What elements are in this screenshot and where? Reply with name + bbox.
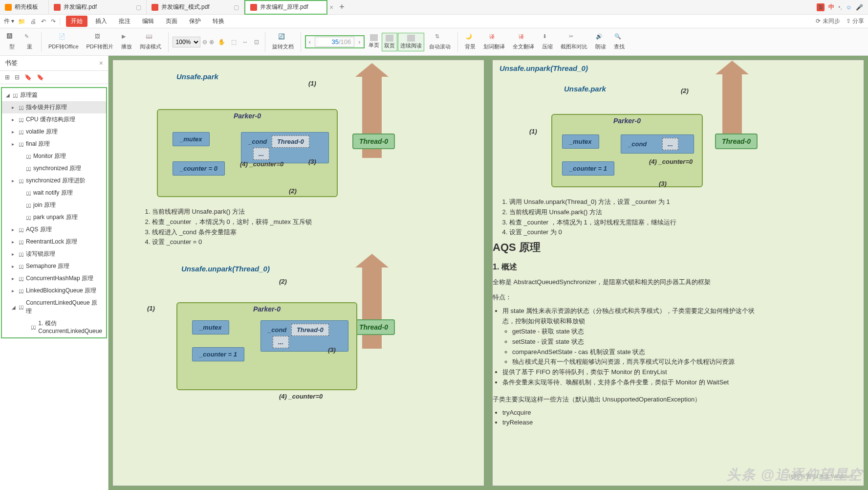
redo-icon[interactable]: ↷ <box>51 18 56 25</box>
bookmark-item-icon: 🕮 <box>26 166 31 172</box>
ime-lang[interactable]: 中 <box>828 3 834 11</box>
tree-item[interactable]: ◢🕮ConcurrentLinkedQueue 原理 <box>2 297 106 317</box>
tree-toggle-icon[interactable]: ▸ <box>12 239 17 245</box>
ime-mic-icon[interactable]: 🎤 <box>856 4 863 11</box>
page-prev-button[interactable]: ‹ <box>306 36 314 47</box>
zoom-in-icon[interactable]: ⊕ <box>209 39 214 45</box>
tree-item[interactable]: 🕮synchronized 原理 <box>2 162 106 175</box>
tab-pin-icon[interactable]: ▢ <box>136 4 141 11</box>
tool-screenshot[interactable]: ✂截图和对比 <box>558 31 590 52</box>
tree-item[interactable]: ▸🕮指令级并行原理 <box>2 101 106 113</box>
tree-item[interactable]: ▸🕮final 原理 <box>2 138 106 150</box>
tree-toggle-icon[interactable]: ▸ <box>12 178 17 183</box>
tree-toggle-icon[interactable]: ▸ <box>12 276 17 281</box>
view-single[interactable]: 单页 <box>367 33 381 51</box>
tab-doc-active[interactable]: 并发编程_原理.pdf <box>244 0 327 15</box>
menu-protect[interactable]: 保护 <box>185 15 205 27</box>
tree-item[interactable]: ▸🕮CPU 缓存结构原理 <box>2 113 106 126</box>
file-menu[interactable]: 件 ▾ <box>4 17 14 25</box>
tool-background[interactable]: 🌙背景 <box>462 31 478 52</box>
bookmark-icon[interactable]: 🔖 <box>24 74 32 81</box>
tab-close-button[interactable]: × <box>329 3 333 11</box>
tree-toggle-icon[interactable]: ▸ <box>12 117 17 122</box>
tab-pin-icon[interactable]: ▢ <box>234 4 239 11</box>
menu-start[interactable]: 开始 <box>66 16 87 27</box>
page-input[interactable] <box>318 38 339 45</box>
tool-play[interactable]: ▶播放 <box>118 31 135 52</box>
hand-tool-icon[interactable]: ✋ <box>216 39 227 45</box>
fit-width-icon[interactable]: ↔ <box>240 39 250 45</box>
share-button[interactable]: ⇪ 分享 <box>846 17 864 25</box>
tree-item[interactable]: ▸🕮LinkedBlockingQueue 原理 <box>2 285 106 297</box>
tree-toggle-icon[interactable]: ▸ <box>12 251 17 257</box>
tree-item[interactable]: ▸🕮ReentrantLock 原理 <box>2 236 106 248</box>
zoom-select[interactable]: 100% <box>173 37 200 47</box>
tool-pdf-to-office[interactable]: 📄PDF转Office <box>45 31 82 52</box>
tree-item[interactable]: 🕮park unpark 原理 <box>2 211 106 223</box>
tree-toggle-icon[interactable]: ▸ <box>12 227 17 232</box>
tree-item[interactable]: ▸🕮synchronized 原理进阶 <box>2 175 106 187</box>
tree-toggle-icon[interactable]: ▸ <box>12 264 17 269</box>
sidebar-close-button[interactable]: × <box>99 59 103 67</box>
tree-item[interactable]: 🕮wait notify 原理 <box>2 187 106 199</box>
tree-item[interactable]: ▸🕮Semaphore 原理 <box>2 260 106 272</box>
tool-compress[interactable]: ⬇压缩 <box>539 31 556 52</box>
page-next-button[interactable]: › <box>355 36 363 47</box>
tool-clear[interactable]: ✎里 <box>22 31 37 52</box>
open-icon[interactable]: 📁 <box>18 18 25 25</box>
tool-auto-scroll[interactable]: ⇅自动滚动 <box>426 31 454 52</box>
expand-all-icon[interactable]: ⊞ <box>5 74 10 81</box>
tree-item[interactable]: ▸🕮读写锁原理 <box>2 248 106 260</box>
ime-smile-icon[interactable]: ☺ <box>846 4 852 11</box>
menu-insert[interactable]: 插入 <box>91 15 111 27</box>
zoom-out-icon[interactable]: ⊖ <box>202 39 207 45</box>
tree-item[interactable]: 🕮1. 模仿 ConcurrentLinkedQueue <box>2 317 106 336</box>
tree-toggle-icon[interactable]: ▸ <box>12 105 17 110</box>
tab-template[interactable]: 稻壳模板 <box>0 0 49 15</box>
tree-item-label: ConcurrentLinkedQueue 原理 <box>26 299 102 315</box>
bookmark-item-icon: 🕮 <box>26 190 31 196</box>
ime-punct-icon[interactable]: •, <box>838 4 842 11</box>
bookmark-add-icon[interactable]: 🔖 <box>37 74 44 81</box>
tab-doc-1[interactable]: 并发编程.pdf ▢ <box>49 0 147 15</box>
tool-full-translate[interactable]: 译全文翻译 <box>510 31 537 52</box>
overview-text: 全称是 AbstractQueuedSynchronizer，是阻塞式锁和相关的… <box>493 277 757 288</box>
ime-badge[interactable]: S <box>817 3 825 11</box>
menu-comment[interactable]: 批注 <box>115 15 134 27</box>
menu-page[interactable]: 页面 <box>162 15 181 27</box>
tree-toggle-icon[interactable]: ▸ <box>12 129 17 134</box>
tool-word-translate[interactable]: 译划词翻译 <box>480 31 508 52</box>
page-total: /106 <box>339 38 351 45</box>
tree-toggle-icon[interactable]: ◢ <box>12 305 17 310</box>
pdf-icon <box>152 4 158 11</box>
tool-type[interactable]: 🅰型 <box>4 31 20 52</box>
menu-edit[interactable]: 编辑 <box>138 15 158 27</box>
tree-item[interactable]: ▸🕮ConcurrentHashMap 原理 <box>2 272 106 285</box>
fit-page-icon[interactable]: ⊡ <box>252 39 261 45</box>
new-tab-button[interactable]: + <box>333 2 350 12</box>
view-continuous[interactable]: 连续阅读 <box>398 33 424 51</box>
document-viewport[interactable]: Unsafe.park Thread-0 Parker-0 _mutex _co… <box>108 56 868 490</box>
tree-item[interactable]: ▸🕮AQS 原理 <box>2 223 106 236</box>
tool-speak[interactable]: 🔊朗读 <box>592 31 609 52</box>
print-icon[interactable]: 🖨 <box>30 18 36 25</box>
tree-item[interactable]: 🕮join 原理 <box>2 199 106 211</box>
collapse-all-icon[interactable]: ⊟ <box>15 74 20 81</box>
tree-item[interactable]: ▸🕮volatile 原理 <box>2 126 106 138</box>
menu-convert[interactable]: 转换 <box>209 15 228 27</box>
sync-status[interactable]: ⟳ 未同步 <box>816 17 840 25</box>
tool-rotate[interactable]: 🔄旋转文档 <box>269 31 297 52</box>
tool-pdf-to-image[interactable]: 🖼PDF转图片 <box>84 31 116 52</box>
tree-toggle-icon[interactable]: ◢ <box>6 92 11 98</box>
page-navigator: ‹ /106 › <box>305 35 365 48</box>
tree-toggle-icon[interactable]: ▸ <box>12 141 17 147</box>
tree-item[interactable]: ◢🕮原理篇 <box>2 89 106 101</box>
tool-find[interactable]: 🔍查找 <box>611 31 628 52</box>
view-double[interactable]: 双页 <box>382 33 397 51</box>
tool-read-mode[interactable]: 📖阅读模式 <box>137 31 164 52</box>
tab-doc-2[interactable]: 并发编程_模式.pdf ▢ <box>147 0 244 15</box>
tree-item[interactable]: 🕮Monitor 原理 <box>2 150 106 162</box>
undo-icon[interactable]: ↶ <box>41 18 46 25</box>
select-tool-icon[interactable]: ⬚ <box>229 39 239 45</box>
tree-toggle-icon[interactable]: ▸ <box>12 288 17 293</box>
